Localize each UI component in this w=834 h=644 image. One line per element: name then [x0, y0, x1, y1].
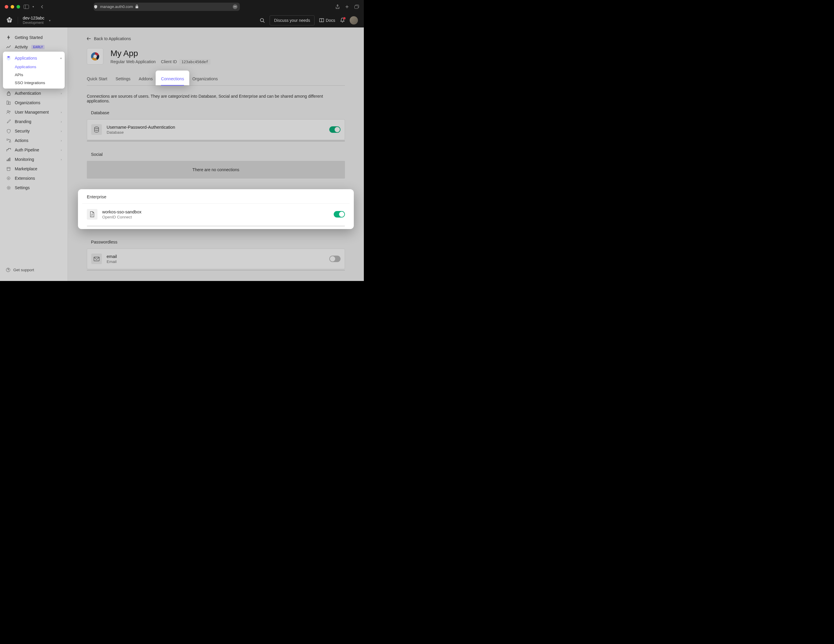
back-label: Back to Applications — [94, 36, 131, 41]
sidebar-item-auth-pipeline[interactable]: Auth Pipeline › — [0, 145, 68, 155]
connection-type: Database — [107, 130, 325, 135]
sidebar-item-settings[interactable]: Settings — [0, 183, 68, 192]
docs-label: Docs — [326, 18, 335, 23]
svg-rect-8 — [7, 101, 8, 105]
new-tab-icon[interactable] — [345, 5, 349, 9]
sidebar-item-authentication[interactable]: Authentication › — [0, 89, 68, 98]
sidebar-item-user-management[interactable]: User Management › — [0, 107, 68, 117]
section-database-title: Database — [87, 110, 345, 119]
sidebar-sub-apis[interactable]: APIs — [3, 71, 65, 79]
document-icon — [87, 209, 97, 220]
pipeline-icon — [6, 147, 11, 153]
sidebar-item-getting-started[interactable]: Getting Started — [0, 33, 68, 42]
sidebar-sub-applications[interactable]: Applications — [3, 63, 65, 71]
connection-name: workos-sso-sandbox — [102, 210, 329, 214]
connection-toggle[interactable] — [334, 211, 345, 218]
sidebar-item-marketplace[interactable]: Marketplace — [0, 164, 68, 174]
auth0-logo[interactable] — [6, 17, 13, 24]
notification-dot — [343, 17, 346, 19]
social-empty: There are no connections — [87, 161, 345, 179]
database-icon — [91, 124, 102, 135]
sidebar-item-label: Activity — [15, 45, 28, 49]
sidebar-item-monitoring[interactable]: Monitoring › — [0, 155, 68, 164]
svg-point-19 — [8, 187, 10, 189]
sidebar-item-branding[interactable]: Branding › — [0, 117, 68, 126]
chevron-right-icon: › — [61, 111, 62, 114]
window-minimize[interactable] — [11, 5, 14, 8]
sidebar-item-actions[interactable]: Actions › — [0, 136, 68, 145]
connection-row-database[interactable]: Username-Password-Authentication Databas… — [87, 119, 345, 140]
section-passwordless-title: Passwordless — [87, 240, 345, 249]
lock-icon — [135, 5, 139, 8]
window-close[interactable] — [5, 5, 8, 8]
docs-link[interactable]: Docs — [319, 18, 335, 23]
svg-rect-13 — [10, 141, 11, 142]
app-header: dev-123abc Development ▾ Discuss your ne… — [0, 13, 364, 27]
store-icon — [6, 166, 11, 171]
flow-icon — [6, 138, 11, 143]
get-support-link[interactable]: Get support — [0, 264, 68, 276]
chevron-down-icon[interactable]: ▾ — [32, 5, 34, 8]
early-badge: EARLY — [31, 45, 45, 49]
back-icon[interactable] — [40, 5, 44, 8]
svg-rect-16 — [10, 158, 10, 161]
tab-settings[interactable]: Settings — [115, 74, 131, 85]
search-icon[interactable] — [260, 18, 265, 23]
sidebar-item-label: Monitoring — [15, 157, 34, 162]
connection-row-passwordless[interactable]: email Email — [87, 249, 345, 269]
sidebar-sub-sso[interactable]: SSO Integrations — [3, 79, 65, 87]
connection-type: Email — [107, 260, 325, 264]
svg-point-18 — [8, 178, 9, 179]
sidebar-toggle-icon[interactable] — [24, 5, 29, 9]
sidebar-item-label: Security — [15, 129, 30, 133]
sidebar-item-label: Branding — [15, 119, 31, 124]
tabs-icon[interactable] — [354, 5, 359, 9]
svg-point-22 — [93, 55, 97, 58]
chevron-right-icon: › — [61, 92, 62, 95]
main-content: Back to Applications My App Regular Web … — [68, 27, 364, 281]
share-icon[interactable] — [336, 5, 339, 9]
tab-addons[interactable]: Addons — [139, 74, 153, 85]
sidebar-item-extensions[interactable]: Extensions — [0, 174, 68, 183]
tab-connections-highlight: Connections — [156, 71, 189, 85]
sidebar-item-label: Applications — [15, 56, 37, 60]
tenant-name: dev-123abc — [23, 16, 44, 21]
sidebar-item-organizations[interactable]: Organizations — [0, 98, 68, 107]
client-id-value[interactable]: 123abc456def — [179, 59, 210, 65]
intro-text: Connections are sources of users. They a… — [87, 94, 345, 103]
puzzle-icon — [6, 176, 11, 181]
building-icon — [6, 100, 11, 105]
sidebar-item-applications[interactable]: Applications ▾ — [3, 53, 65, 63]
sidebar-item-activity[interactable]: Activity EARLY — [0, 42, 68, 52]
book-icon — [319, 18, 324, 23]
chevron-down-icon[interactable]: ▾ — [49, 19, 50, 22]
tenant-selector[interactable]: dev-123abc Development — [23, 16, 44, 25]
tab-connections[interactable]: Connections — [161, 74, 184, 85]
back-to-applications[interactable]: Back to Applications — [87, 36, 345, 41]
url-bar[interactable]: manage.auth0.com ••• — [94, 3, 240, 11]
section-social-title: Social — [87, 152, 345, 161]
tenant-env: Development — [23, 21, 44, 25]
sidebar-item-security[interactable]: Security › — [0, 126, 68, 136]
reader-icon[interactable]: ••• — [233, 5, 238, 9]
connection-row-enterprise[interactable]: workos-sso-sandbox OpenID Connect — [87, 203, 345, 225]
svg-line-6 — [263, 21, 265, 23]
svg-rect-0 — [24, 5, 29, 8]
connection-toggle[interactable] — [329, 256, 341, 262]
svg-rect-15 — [8, 158, 9, 161]
sidebar-item-label: Extensions — [15, 176, 35, 181]
notifications-button[interactable] — [340, 18, 345, 23]
svg-rect-2 — [136, 6, 138, 8]
connection-toggle[interactable] — [329, 126, 341, 133]
chevron-right-icon: › — [61, 148, 62, 152]
traffic-lights — [5, 5, 20, 8]
tabs: Quick Start Settings Addons Connections … — [87, 74, 345, 86]
discuss-button[interactable]: Discuss your needs — [270, 15, 315, 25]
avatar[interactable] — [350, 16, 358, 24]
window-zoom[interactable] — [16, 5, 20, 8]
svg-rect-7 — [7, 93, 10, 95]
sidebar-item-label: Organizations — [15, 100, 40, 105]
lock-icon — [6, 90, 11, 96]
tab-organizations[interactable]: Organizations — [192, 74, 218, 85]
tab-quick-start[interactable]: Quick Start — [87, 74, 107, 85]
